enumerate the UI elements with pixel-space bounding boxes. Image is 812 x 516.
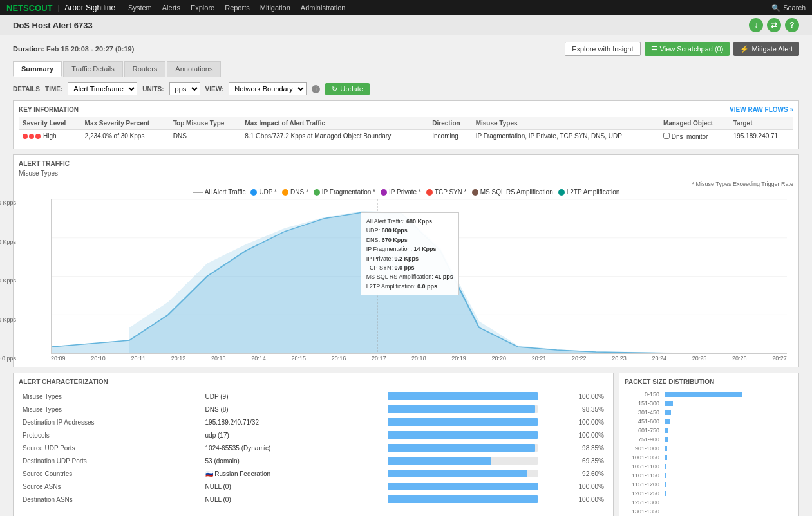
x-label-11: 20:20	[492, 355, 507, 362]
col-top-misuse: Top Misuse Type	[169, 117, 241, 130]
tab-annotations[interactable]: Annotations	[167, 61, 221, 77]
legend-ip-frag: IP Fragmentation *	[314, 189, 375, 196]
controls-bar: DETAILS Time: Alert Timeframe Units: pps…	[13, 82, 799, 95]
max-severity-pct-cell: 2,234.0% of 30 Kpps	[81, 130, 169, 143]
nav-explore[interactable]: Explore	[191, 1, 214, 14]
tooltip-ms-sql: MS SQL RS Amplification: 41 pps	[366, 272, 453, 281]
update-button[interactable]: ↻ Update	[325, 83, 369, 95]
char-pct-1: 98.35%	[542, 403, 607, 415]
x-label-18: 20:27	[772, 355, 787, 362]
legend-tcp-syn: TCP SYN *	[426, 189, 467, 196]
char-label-0: Misuse Types	[20, 391, 202, 402]
managed-object-cell: Dns_monitor	[659, 130, 730, 143]
direction-cell: Incoming	[428, 130, 471, 143]
legend-ip-frag-label: IP Fragmentation *	[322, 189, 375, 196]
action-buttons: Explore with Insight ☰ View Scratchpad (…	[565, 42, 799, 56]
nav-reports[interactable]: Reports	[225, 1, 250, 14]
x-label-0: 20:09	[51, 355, 66, 362]
x-label-17: 20:26	[732, 355, 747, 362]
chart-tooltip: All Alert Traffic: 680 Kpps UDP: 680 Kpp…	[361, 212, 459, 295]
psd-bar-cell-2	[663, 409, 792, 416]
search-area[interactable]: 🔍 Search	[771, 4, 806, 12]
search-icon: 🔍	[771, 4, 780, 12]
help-icon-btn[interactable]: ?	[785, 18, 799, 32]
char-bar-1	[385, 403, 540, 415]
legend-dns-icon	[282, 189, 288, 196]
view-info-icon[interactable]: i	[312, 85, 320, 93]
psd-label-9: 1101-1150	[626, 472, 661, 479]
tab-routers[interactable]: Routers	[124, 61, 166, 77]
x-label-14: 20:23	[612, 355, 627, 362]
char-row-6: Source Countries 🇷🇺 Russian Federation 9…	[20, 468, 607, 479]
duration-text: Duration: Feb 15 20:08 - 20:27 (0:19)	[13, 45, 134, 53]
duration-bar: Duration: Feb 15 20:08 - 20:27 (0:19) Ex…	[13, 42, 799, 56]
nav-administration[interactable]: Administration	[301, 1, 346, 14]
scratchpad-button[interactable]: ☰ View Scratchpad (0)	[645, 42, 730, 56]
char-value-4: 1024-65535 (Dynamic)	[203, 442, 384, 454]
flag-icon: 🇷🇺	[205, 470, 213, 477]
legend-l2tp-label: L2TP Amplification	[567, 189, 620, 196]
main-content: Duration: Feb 15 20:08 - 20:27 (0:19) Ex…	[0, 35, 812, 516]
y-label-600: 600 Kpps	[0, 239, 16, 245]
char-table: Misuse Types UDP (9) 100.00% Misuse Type…	[19, 389, 608, 506]
legend-ip-frag-icon	[314, 189, 320, 196]
char-row-5: Destination UDP Ports 53 (domain) 69.35%	[20, 455, 607, 466]
psd-label-10: 1151-1200	[626, 481, 661, 488]
psd-row-9: 1101-1150	[626, 472, 792, 479]
legend-ms-sql: MS SQL RS Amplification	[472, 189, 553, 196]
two-col-layout: Alert Characterization Misuse Types UDP …	[13, 373, 799, 516]
view-select[interactable]: Network Boundary	[229, 82, 307, 95]
tooltip-ip-frag: IP Fragmentation: 14 Kpps	[366, 244, 453, 253]
legend-ip-private: IP Private *	[381, 189, 421, 196]
col-max-impact: Max Impact of Alert Traffic	[241, 117, 428, 130]
psd-bar-cell-12	[663, 499, 792, 506]
psd-bar-cell-10	[663, 481, 792, 488]
legend-tcp-syn-icon	[426, 189, 433, 196]
severity-dot-3	[35, 134, 41, 139]
char-label-4: Source UDP Ports	[20, 442, 202, 454]
x-label-8: 20:17	[372, 355, 386, 362]
nav-system[interactable]: System	[128, 1, 152, 14]
tooltip-tcp-syn: TCP SYN: 0.0 pps	[366, 263, 453, 272]
psd-table: 0-150 151-300 301-450 451-600 601-750 75…	[625, 389, 793, 516]
nav-alerts[interactable]: Alerts	[162, 1, 180, 14]
time-select[interactable]: Alert Timeframe	[68, 82, 137, 95]
download-icon-btn[interactable]: ↓	[749, 18, 763, 32]
psd-bar-cell-0	[663, 391, 792, 398]
explore-button[interactable]: Explore with Insight	[565, 42, 640, 56]
char-pct-6: 92.60%	[542, 468, 607, 479]
tooltip-all: All Alert Traffic: 680 Kpps	[366, 217, 453, 226]
char-label-1: Misuse Types	[20, 403, 202, 415]
char-label-2: Destination IP Addresses	[20, 416, 202, 428]
units-select[interactable]: pps bps	[169, 82, 200, 95]
view-raw-link[interactable]: View Raw Flows »	[730, 106, 793, 113]
col-severity-level: Severity Level	[19, 117, 81, 130]
target-cell: 195.189.240.71	[730, 130, 793, 143]
char-label-5: Destination UDP Ports	[20, 455, 202, 466]
tooltip-l2tp: L2TP Amplification: 0.0 pps	[366, 282, 453, 291]
psd-bar-cell-7	[663, 454, 792, 461]
char-value-6: 🇷🇺 Russian Federation	[203, 468, 384, 479]
alert-traffic-title: ALERT TRAFFIC	[19, 160, 793, 167]
nav-mitigation[interactable]: Mitigation	[260, 1, 290, 14]
char-pct-4: 98.35%	[542, 442, 607, 454]
y-label-200: 200 Kpps	[0, 317, 16, 323]
share-icon-btn[interactable]: ⇄	[767, 18, 781, 32]
tab-traffic-details[interactable]: Traffic Details	[63, 61, 123, 77]
duration-value: Feb 15 20:08 - 20:27 (0:19)	[46, 45, 134, 53]
legend-udp-label: UDP *	[259, 189, 277, 196]
psd-row-5: 751-900	[626, 436, 792, 443]
x-label-1: 20:10	[91, 355, 106, 362]
mitigate-button[interactable]: ⚡ Mitigate Alert	[733, 42, 799, 56]
psd-label-13: 1301-1350	[626, 508, 661, 515]
chart-x-labels: 20:09 20:10 20:11 20:12 20:13 20:14 20:1…	[51, 355, 787, 362]
managed-object-checkbox[interactable]	[663, 133, 670, 139]
legend-ip-private-label: IP Private *	[389, 189, 421, 196]
legend-dns-label: DNS *	[290, 189, 308, 196]
tab-summary[interactable]: Summary	[13, 61, 62, 77]
psd-row-11: 1201-1250	[626, 490, 792, 497]
psd-bar-cell-5	[663, 436, 792, 443]
psd-bar-cell-13	[663, 508, 792, 515]
x-label-13: 20:22	[572, 355, 587, 362]
char-row-0: Misuse Types UDP (9) 100.00%	[20, 391, 607, 402]
